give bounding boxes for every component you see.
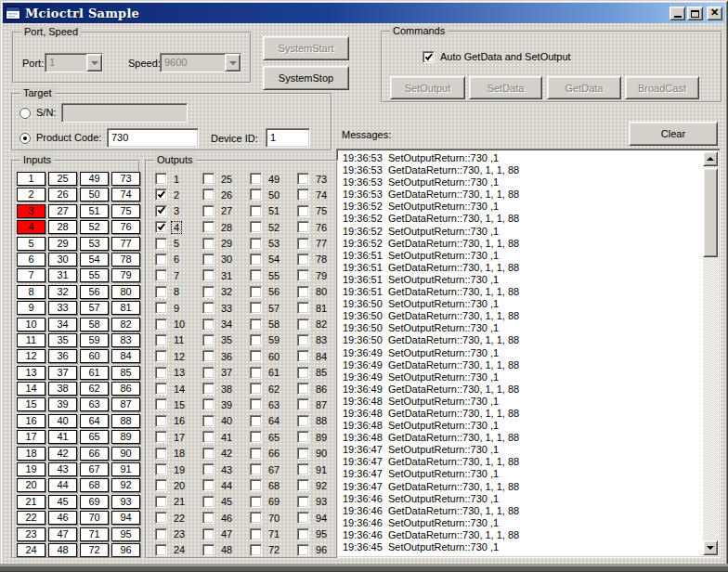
input-cell-13[interactable]: 13 <box>17 366 46 380</box>
input-cell-18[interactable]: 18 <box>17 447 46 461</box>
output-checkbox-51[interactable] <box>250 205 262 217</box>
output-checkbox-20[interactable] <box>155 479 167 491</box>
app-icon[interactable] <box>6 6 20 20</box>
output-checkbox-62[interactable] <box>250 383 262 395</box>
input-cell-31[interactable]: 31 <box>48 268 77 282</box>
input-cell-48[interactable]: 48 <box>48 543 77 557</box>
output-checkbox-93[interactable] <box>297 496 309 508</box>
input-cell-56[interactable]: 56 <box>80 285 109 299</box>
input-cell-49[interactable]: 49 <box>80 172 109 186</box>
output-checkbox-4[interactable] <box>155 221 167 233</box>
output-checkbox-18[interactable] <box>155 448 167 460</box>
close-button[interactable]: ✕ <box>707 6 722 20</box>
input-cell-23[interactable]: 23 <box>17 527 46 541</box>
input-cell-96[interactable]: 96 <box>111 543 140 557</box>
output-checkbox-73[interactable] <box>297 173 309 185</box>
input-cell-70[interactable]: 70 <box>80 511 109 525</box>
input-cell-7[interactable]: 7 <box>17 268 46 282</box>
output-checkbox-66[interactable] <box>250 448 262 460</box>
output-checkbox-79[interactable] <box>297 269 309 281</box>
output-checkbox-95[interactable] <box>297 528 309 540</box>
output-checkbox-50[interactable] <box>250 188 262 201</box>
input-cell-53[interactable]: 53 <box>80 237 109 251</box>
message-line[interactable]: 19:36:47 GetDataReturn::730, 1, 1, 88 <box>343 456 703 468</box>
message-line[interactable]: 19:36:46 SetOutputReturn::730 ,1 <box>343 493 703 505</box>
message-line[interactable]: 19:36:50 SetOutputReturn::730 ,1 <box>343 322 703 334</box>
output-checkbox-17[interactable] <box>155 431 167 443</box>
output-checkbox-37[interactable] <box>202 367 214 379</box>
input-cell-3[interactable]: 3 <box>17 204 46 218</box>
message-line[interactable]: 19:36:51 GetDataReturn::730, 1, 1, 88 <box>343 262 703 274</box>
auto-getdata-checkbox[interactable] <box>422 51 435 63</box>
message-line[interactable]: 19:36:50 GetDataReturn::730, 1, 1, 88 <box>343 310 703 322</box>
sn-field[interactable] <box>61 103 188 123</box>
input-cell-59[interactable]: 59 <box>80 333 109 347</box>
input-cell-87[interactable]: 87 <box>111 397 140 411</box>
output-checkbox-21[interactable] <box>155 496 167 508</box>
input-cell-61[interactable]: 61 <box>80 366 109 380</box>
output-checkbox-42[interactable] <box>202 448 214 460</box>
output-checkbox-1[interactable] <box>155 173 167 185</box>
input-cell-54[interactable]: 54 <box>80 253 109 266</box>
input-cell-25[interactable]: 25 <box>48 172 77 186</box>
speed-combobox[interactable]: 9600 <box>160 53 241 72</box>
input-cell-26[interactable]: 26 <box>48 188 77 202</box>
output-checkbox-25[interactable] <box>202 173 214 185</box>
input-cell-29[interactable]: 29 <box>48 237 77 251</box>
output-checkbox-53[interactable] <box>250 238 262 250</box>
output-checkbox-91[interactable] <box>297 463 309 475</box>
input-cell-89[interactable]: 89 <box>111 430 140 444</box>
message-line[interactable]: 19:36:53 SetOutputReturn::730 ,1 <box>343 152 703 164</box>
input-cell-85[interactable]: 85 <box>111 366 140 380</box>
input-cell-91[interactable]: 91 <box>111 462 140 476</box>
message-line[interactable]: 19:36:50 GetDataReturn::730, 1, 1, 88 <box>343 334 703 346</box>
output-checkbox-24[interactable] <box>155 544 167 556</box>
output-checkbox-55[interactable] <box>250 269 262 281</box>
input-cell-78[interactable]: 78 <box>111 253 140 266</box>
message-line[interactable]: 19:36:47 SetOutputReturn::730 ,1 <box>343 444 703 456</box>
input-cell-68[interactable]: 68 <box>80 478 109 492</box>
output-checkbox-63[interactable] <box>250 398 262 410</box>
input-cell-83[interactable]: 83 <box>111 333 140 347</box>
input-cell-30[interactable]: 30 <box>48 253 77 266</box>
input-cell-28[interactable]: 28 <box>48 220 77 234</box>
output-checkbox-19[interactable] <box>155 463 167 475</box>
output-checkbox-2[interactable] <box>155 188 167 201</box>
output-checkbox-57[interactable] <box>250 302 262 314</box>
output-checkbox-85[interactable] <box>297 367 309 379</box>
input-cell-32[interactable]: 32 <box>48 285 77 299</box>
speed-dropdown-button[interactable] <box>225 54 240 72</box>
message-line[interactable]: 19:36:49 GetDataReturn::730, 1, 1, 88 <box>343 384 703 396</box>
input-cell-80[interactable]: 80 <box>111 285 140 299</box>
message-line[interactable]: 19:36:52 GetDataReturn::730, 1, 1, 88 <box>343 238 703 250</box>
input-cell-45[interactable]: 45 <box>48 495 77 509</box>
output-checkbox-44[interactable] <box>202 479 214 491</box>
message-line[interactable]: 19:36:52 SetOutputReturn::730 ,1 <box>343 226 703 238</box>
output-checkbox-36[interactable] <box>202 350 214 362</box>
message-line[interactable]: 19:36:52 GetDataReturn::730, 1, 1, 88 <box>343 213 703 225</box>
output-checkbox-94[interactable] <box>297 512 309 524</box>
output-checkbox-11[interactable] <box>155 334 167 346</box>
input-cell-79[interactable]: 79 <box>111 268 140 282</box>
message-line[interactable]: 19:36:48 GetDataReturn::730, 1, 1, 88 <box>343 432 703 444</box>
input-cell-5[interactable]: 5 <box>17 237 46 251</box>
output-checkbox-39[interactable] <box>202 398 214 410</box>
message-line[interactable]: 19:36:46 GetDataReturn::730, 1, 1, 88 <box>343 529 703 541</box>
output-checkbox-69[interactable] <box>250 496 262 508</box>
broadcast-button[interactable]: BroadCast <box>625 76 699 99</box>
input-cell-46[interactable]: 46 <box>48 511 77 525</box>
input-cell-9[interactable]: 9 <box>17 301 46 315</box>
message-line[interactable]: 19:36:53 GetDataReturn::730, 1, 1, 88 <box>343 164 703 176</box>
output-checkbox-75[interactable] <box>297 205 309 217</box>
output-checkbox-10[interactable] <box>155 318 167 331</box>
input-cell-40[interactable]: 40 <box>48 414 77 428</box>
output-checkbox-72[interactable] <box>250 544 262 556</box>
message-line[interactable]: 19:36:49 SetOutputReturn::730 ,1 <box>343 371 703 384</box>
output-checkbox-9[interactable] <box>155 302 167 314</box>
input-cell-39[interactable]: 39 <box>48 397 77 411</box>
output-checkbox-7[interactable] <box>155 269 167 281</box>
output-checkbox-86[interactable] <box>297 383 309 395</box>
output-checkbox-31[interactable] <box>202 269 214 281</box>
output-checkbox-67[interactable] <box>250 463 262 475</box>
output-checkbox-23[interactable] <box>155 528 167 540</box>
